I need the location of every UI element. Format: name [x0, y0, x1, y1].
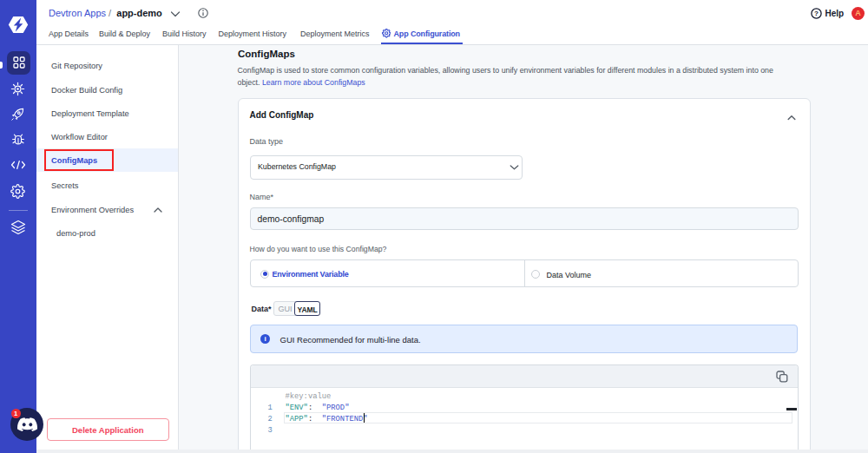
svg-text:?: ? — [814, 10, 819, 17]
